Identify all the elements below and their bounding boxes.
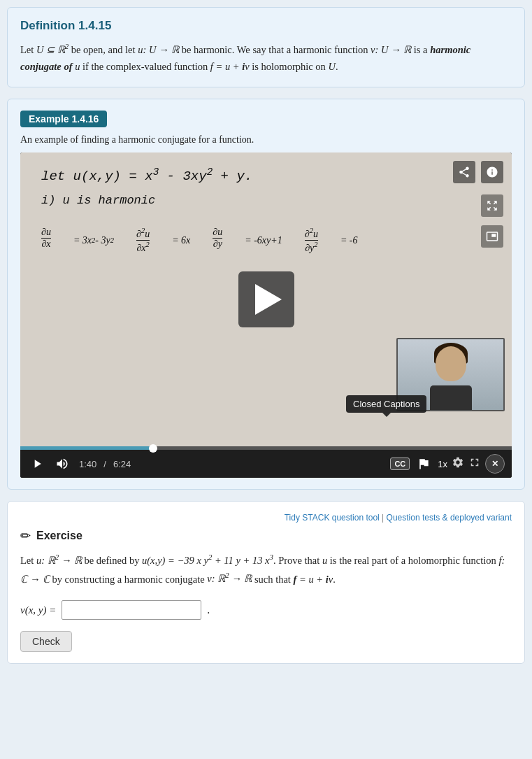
exercise-header: ✏ Exercise [20,528,512,544]
play-icon [30,457,44,471]
pip-icon [486,230,498,243]
play-button[interactable] [27,455,47,472]
definition-title: Definition 1.4.15 [20,19,512,33]
settings-button[interactable] [452,456,464,471]
progress-bar[interactable] [20,446,512,450]
pencil-icon: ✏ [20,528,31,544]
math-line-1: let u(x,y) = x3 - 3xy2 + y. [41,166,491,184]
gear-icon [452,456,464,469]
example-card: Example 1.4.16 An example of finding a h… [7,99,525,490]
logo-icon: ✕ [491,459,498,469]
answer-row: v(x, y) = . [20,600,512,620]
exercise-links: Tidy STACK question tool | Question test… [20,513,512,523]
pip-person [398,339,503,410]
example-description: An example of finding a harmonic conjuga… [20,134,512,146]
exercise-body: Let u: ℝ2 → ℝ be defined by u(x,y) = −39… [20,551,512,588]
play-triangle-icon [255,284,282,315]
variant-link[interactable]: Question tests & deployed variant [387,513,512,523]
definition-body: Let U ⊆ ℝ2 be open, and let u: U → ℝ be … [20,40,512,76]
progress-bar-fill [20,446,153,450]
exercise-title: Exercise [36,530,82,542]
info-button[interactable] [481,161,503,183]
right-controls: CC 1x [390,454,505,474]
person-body [430,385,472,410]
answer-label: v(x, y) = [20,604,56,616]
check-button[interactable]: Check [20,631,72,652]
video-overlay-icons [453,161,503,183]
time-separator: / [103,459,106,469]
share-button[interactable] [453,161,475,183]
share-icon [458,166,470,178]
info-icon [486,166,498,178]
flag-icon [417,457,431,471]
pip-window [396,338,505,411]
video-main-area[interactable]: let u(x,y) = x3 - 3xy2 + y. i) u is harm… [20,152,512,446]
expand-button[interactable] [481,194,503,217]
expand-icon [486,199,498,212]
tidy-stack-link[interactable]: Tidy STACK question tool [285,513,380,523]
controls-row: 1:40 / 6:24 CC [20,450,512,478]
person-head [436,346,466,381]
flag-button[interactable] [414,455,433,472]
pip-button[interactable] [481,225,503,248]
play-overlay-button[interactable] [238,271,294,327]
cc-button[interactable]: CC [390,457,410,470]
exercise-card: Tidy STACK question tool | Question test… [7,501,525,664]
fullscreen-icon [468,456,481,469]
progress-ball [149,444,157,453]
video-container: let u(x,y) = x3 - 3xy2 + y. i) u is harm… [20,152,512,478]
volume-icon [55,457,69,471]
volume-button[interactable] [52,455,72,472]
expand-icon-area [481,194,503,248]
video-controls: 1:40 / 6:24 CC [20,446,512,478]
math-line-2: i) u is harmonic [41,194,491,207]
answer-input[interactable] [62,600,201,620]
definition-card: Definition 1.4.15 Let U ⊆ ℝ2 be open, an… [7,7,525,87]
fullscreen-button[interactable] [468,456,481,471]
logo-button[interactable]: ✕ [485,454,505,474]
example-badge: Example 1.4.16 [20,111,107,127]
math-partials: ∂u ∂x = 3x2 - 3y2 ∂2u ∂x2 = 6x ∂u ∂y = -… [41,227,491,253]
speed-button[interactable]: 1x [438,459,447,469]
time-total: 6:24 [113,459,131,469]
answer-dot: . [207,604,210,616]
time-current: 1:40 [79,459,96,469]
